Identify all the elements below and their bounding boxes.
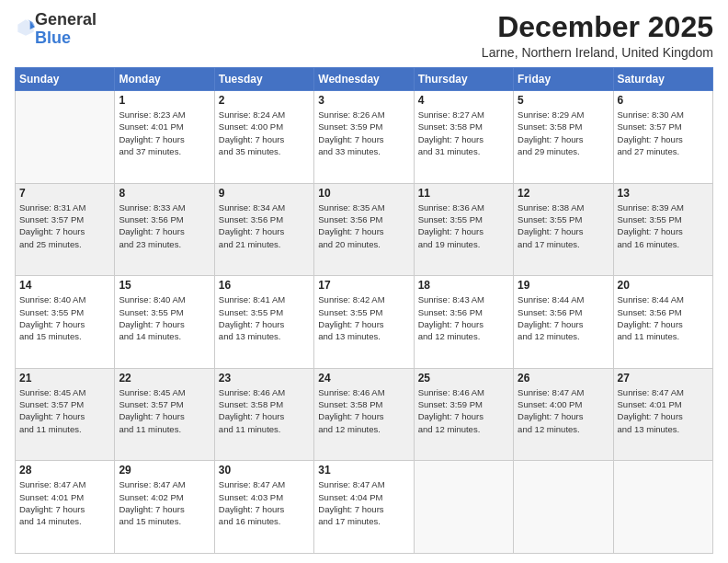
logo-blue-text: Blue xyxy=(35,29,71,47)
page: General Blue December 2025 Larne, Northe… xyxy=(0,0,728,563)
table-row: 26Sunrise: 8:47 AMSunset: 4:00 PMDayligh… xyxy=(514,368,613,461)
day-info: Sunrise: 8:35 AMSunset: 3:56 PMDaylight:… xyxy=(318,201,409,250)
day-info: Sunrise: 8:47 AMSunset: 4:04 PMDaylight:… xyxy=(318,478,409,527)
day-info: Sunrise: 8:26 AMSunset: 3:59 PMDaylight:… xyxy=(318,109,409,157)
table-row: 18Sunrise: 8:43 AMSunset: 3:56 PMDayligh… xyxy=(414,276,513,369)
day-info: Sunrise: 8:47 AMSunset: 4:01 PMDaylight:… xyxy=(19,478,110,527)
day-number: 22 xyxy=(119,372,210,385)
table-row: 29Sunrise: 8:47 AMSunset: 4:02 PMDayligh… xyxy=(115,461,214,554)
day-number: 19 xyxy=(518,279,609,292)
table-row: 7Sunrise: 8:31 AMSunset: 3:57 PMDaylight… xyxy=(16,183,115,276)
day-number: 26 xyxy=(518,372,609,385)
day-number: 30 xyxy=(219,464,310,477)
day-number: 24 xyxy=(318,372,409,385)
table-row: 23Sunrise: 8:46 AMSunset: 3:58 PMDayligh… xyxy=(214,368,313,461)
table-row: 28Sunrise: 8:47 AMSunset: 4:01 PMDayligh… xyxy=(16,461,115,554)
day-number: 2 xyxy=(219,94,310,107)
calendar-week-row: 28Sunrise: 8:47 AMSunset: 4:01 PMDayligh… xyxy=(16,461,713,554)
table-row: 25Sunrise: 8:46 AMSunset: 3:59 PMDayligh… xyxy=(414,368,513,461)
header-sunday: Sunday xyxy=(16,68,115,91)
day-number: 28 xyxy=(19,464,110,477)
day-number: 23 xyxy=(219,372,310,385)
day-number: 20 xyxy=(618,279,709,292)
table-row: 24Sunrise: 8:46 AMSunset: 3:58 PMDayligh… xyxy=(314,368,414,461)
calendar-week-row: 21Sunrise: 8:45 AMSunset: 3:57 PMDayligh… xyxy=(16,368,713,461)
day-info: Sunrise: 8:40 AMSunset: 3:55 PMDaylight:… xyxy=(119,293,210,342)
calendar-table: Sunday Monday Tuesday Wednesday Thursday… xyxy=(15,67,713,554)
day-number: 18 xyxy=(418,279,509,292)
logo: General Blue xyxy=(15,11,97,48)
day-info: Sunrise: 8:31 AMSunset: 3:57 PMDaylight:… xyxy=(19,201,110,250)
day-info: Sunrise: 8:24 AMSunset: 4:00 PMDaylight:… xyxy=(219,109,310,157)
day-info: Sunrise: 8:47 AMSunset: 4:03 PMDaylight:… xyxy=(219,478,310,527)
day-number: 1 xyxy=(119,94,210,107)
table-row: 9Sunrise: 8:34 AMSunset: 3:56 PMDaylight… xyxy=(214,183,313,276)
day-number: 21 xyxy=(19,372,110,385)
day-number: 3 xyxy=(318,94,409,107)
day-info: Sunrise: 8:39 AMSunset: 3:55 PMDaylight:… xyxy=(618,201,709,250)
weekday-header-row: Sunday Monday Tuesday Wednesday Thursday… xyxy=(16,68,713,91)
table-row xyxy=(613,461,712,554)
day-info: Sunrise: 8:29 AMSunset: 3:58 PMDaylight:… xyxy=(518,109,609,157)
day-info: Sunrise: 8:34 AMSunset: 3:56 PMDaylight:… xyxy=(219,201,310,250)
table-row: 20Sunrise: 8:44 AMSunset: 3:56 PMDayligh… xyxy=(613,276,712,369)
day-number: 17 xyxy=(318,279,409,292)
month-title: December 2025 xyxy=(482,11,713,43)
day-info: Sunrise: 8:41 AMSunset: 3:55 PMDaylight:… xyxy=(219,293,310,342)
day-number: 25 xyxy=(418,372,509,385)
day-info: Sunrise: 8:38 AMSunset: 3:55 PMDaylight:… xyxy=(518,201,609,250)
table-row xyxy=(514,461,613,554)
table-row: 16Sunrise: 8:41 AMSunset: 3:55 PMDayligh… xyxy=(214,276,313,369)
table-row: 11Sunrise: 8:36 AMSunset: 3:55 PMDayligh… xyxy=(414,183,513,276)
table-row xyxy=(414,461,513,554)
table-row: 10Sunrise: 8:35 AMSunset: 3:56 PMDayligh… xyxy=(314,183,414,276)
day-info: Sunrise: 8:44 AMSunset: 3:56 PMDaylight:… xyxy=(518,293,609,342)
table-row: 1Sunrise: 8:23 AMSunset: 4:01 PMDaylight… xyxy=(115,91,214,184)
day-number: 7 xyxy=(19,187,110,200)
day-number: 31 xyxy=(318,464,409,477)
table-row: 21Sunrise: 8:45 AMSunset: 3:57 PMDayligh… xyxy=(16,368,115,461)
table-row: 12Sunrise: 8:38 AMSunset: 3:55 PMDayligh… xyxy=(514,183,613,276)
day-info: Sunrise: 8:30 AMSunset: 3:57 PMDaylight:… xyxy=(618,109,709,157)
day-number: 10 xyxy=(318,187,409,200)
day-number: 15 xyxy=(119,279,210,292)
table-row: 22Sunrise: 8:45 AMSunset: 3:57 PMDayligh… xyxy=(115,368,214,461)
day-info: Sunrise: 8:46 AMSunset: 3:59 PMDaylight:… xyxy=(418,386,509,435)
table-row: 5Sunrise: 8:29 AMSunset: 3:58 PMDaylight… xyxy=(514,91,613,184)
day-info: Sunrise: 8:33 AMSunset: 3:56 PMDaylight:… xyxy=(119,201,210,250)
day-number: 13 xyxy=(618,187,709,200)
day-number: 4 xyxy=(418,94,509,107)
logo-icon xyxy=(17,18,35,37)
table-row xyxy=(16,91,115,184)
table-row: 17Sunrise: 8:42 AMSunset: 3:55 PMDayligh… xyxy=(314,276,414,369)
day-info: Sunrise: 8:46 AMSunset: 3:58 PMDaylight:… xyxy=(318,386,409,435)
day-number: 27 xyxy=(618,372,709,385)
day-info: Sunrise: 8:23 AMSunset: 4:01 PMDaylight:… xyxy=(119,109,210,157)
day-number: 12 xyxy=(518,187,609,200)
day-info: Sunrise: 8:43 AMSunset: 3:56 PMDaylight:… xyxy=(418,293,509,342)
table-row: 15Sunrise: 8:40 AMSunset: 3:55 PMDayligh… xyxy=(115,276,214,369)
day-info: Sunrise: 8:44 AMSunset: 3:56 PMDaylight:… xyxy=(618,293,709,342)
table-row: 19Sunrise: 8:44 AMSunset: 3:56 PMDayligh… xyxy=(514,276,613,369)
header-saturday: Saturday xyxy=(613,68,712,91)
day-info: Sunrise: 8:47 AMSunset: 4:00 PMDaylight:… xyxy=(518,386,609,435)
table-row: 14Sunrise: 8:40 AMSunset: 3:55 PMDayligh… xyxy=(16,276,115,369)
header-wednesday: Wednesday xyxy=(314,68,414,91)
calendar-week-row: 1Sunrise: 8:23 AMSunset: 4:01 PMDaylight… xyxy=(16,91,713,184)
header-friday: Friday xyxy=(514,68,613,91)
table-row: 30Sunrise: 8:47 AMSunset: 4:03 PMDayligh… xyxy=(214,461,313,554)
day-number: 5 xyxy=(518,94,609,107)
table-row: 8Sunrise: 8:33 AMSunset: 3:56 PMDaylight… xyxy=(115,183,214,276)
day-number: 8 xyxy=(119,187,210,200)
day-number: 11 xyxy=(418,187,509,200)
day-number: 6 xyxy=(618,94,709,107)
calendar-week-row: 14Sunrise: 8:40 AMSunset: 3:55 PMDayligh… xyxy=(16,276,713,369)
table-row: 2Sunrise: 8:24 AMSunset: 4:00 PMDaylight… xyxy=(214,91,313,184)
day-info: Sunrise: 8:27 AMSunset: 3:58 PMDaylight:… xyxy=(418,109,509,157)
calendar-week-row: 7Sunrise: 8:31 AMSunset: 3:57 PMDaylight… xyxy=(16,183,713,276)
day-info: Sunrise: 8:40 AMSunset: 3:55 PMDaylight:… xyxy=(19,293,110,342)
header-tuesday: Tuesday xyxy=(214,68,313,91)
day-info: Sunrise: 8:46 AMSunset: 3:58 PMDaylight:… xyxy=(219,386,310,435)
table-row: 3Sunrise: 8:26 AMSunset: 3:59 PMDaylight… xyxy=(314,91,414,184)
location: Larne, Northern Ireland, United Kingdom xyxy=(482,45,713,60)
